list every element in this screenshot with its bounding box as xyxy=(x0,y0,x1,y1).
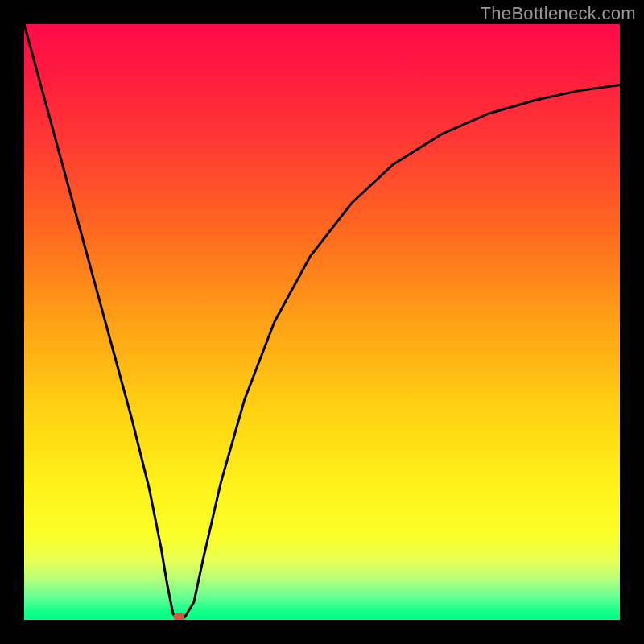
watermark-text: TheBottleneck.com xyxy=(481,3,636,24)
chart-frame: TheBottleneck.com xyxy=(0,0,644,644)
plot-area xyxy=(24,24,620,620)
